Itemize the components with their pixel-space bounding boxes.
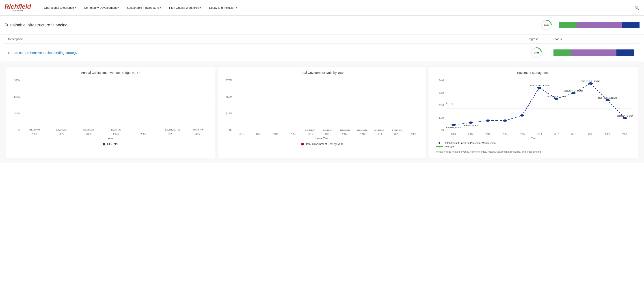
point-2016	[537, 87, 541, 89]
row-status-purple	[571, 49, 616, 56]
nav-label: Operational Excellence	[44, 6, 74, 9]
pavement-chart-card: Pavement Management $4M $3M $2M $1M $0 A…	[429, 66, 638, 158]
pt-label-2011: $489,987	[446, 127, 462, 129]
nav-sustainable-infastructure[interactable]: Sustainable Infastructure ▾	[123, 0, 165, 16]
point-2017	[554, 98, 559, 100]
point-2021	[623, 117, 627, 119]
debt-legend: Total Government Debt by Year	[222, 143, 422, 146]
grid-line	[234, 131, 422, 131]
cib-bars: $11,186,000 $26,575,000 $22,353,336	[22, 78, 210, 136]
grid-line	[234, 98, 422, 98]
bar-value-label: $26,575,000	[56, 129, 67, 131]
th-status: Status	[550, 35, 640, 44]
table-cell-status	[550, 44, 640, 62]
search-icon[interactable]: 🔍	[634, 5, 640, 10]
legend-label-debt: Total Government Debt by Year	[306, 143, 343, 146]
point-2012	[468, 122, 473, 124]
section-status-bar	[559, 22, 640, 28]
legend-dot-cib	[103, 143, 105, 145]
cib-y-axis: $30M $20M $10M $0	[10, 78, 22, 136]
pt-label-2020: $2,334,015	[598, 97, 617, 99]
svg-point-7	[438, 146, 440, 147]
cib-legend: CIB Total	[10, 143, 210, 146]
grid-line	[22, 100, 210, 100]
logo-subtitle: MINNESOTA	[4, 10, 31, 12]
point-2013	[486, 120, 490, 122]
pt-label-2017: $2,457,496	[547, 95, 566, 98]
nav-label: Community Development	[84, 6, 117, 9]
overflow-icon: ≡	[178, 128, 180, 131]
nav-label: High Quality Workforce	[169, 6, 199, 9]
status-segment-blue	[622, 22, 640, 28]
row-circle-label: 24%	[534, 51, 539, 54]
pavement-legend-label-line: Total Amount Spent on Pavement Managemen…	[444, 142, 496, 144]
nav-label: Sustainable Infastructure	[127, 6, 159, 9]
data-table: Description Progress Status Create compr…	[4, 35, 640, 62]
th-description: Description	[4, 35, 523, 44]
debt-x-title: Fiscal Year	[222, 137, 422, 140]
nav-community-development[interactable]: Community Development ▾	[80, 0, 123, 16]
table-cell-description: Create comprehensive capital funding str…	[4, 44, 523, 62]
point-2019	[588, 82, 593, 85]
charts-area: Annual Capital Improvement Budget (CIB) …	[0, 62, 644, 163]
point-2011	[452, 124, 456, 126]
row-status-green	[554, 49, 571, 56]
debt-bars: $45,853,957 $54,476,207 $60,898,566 $68,…	[234, 78, 422, 136]
bar-value-label: $11,186,000	[29, 129, 40, 131]
bar-value-label: $28,381,500	[165, 129, 176, 131]
pt-label-2016: $3,276,183	[530, 84, 549, 87]
circle-progress-24: 24%	[540, 19, 552, 31]
pt-label-2021: $997,000	[617, 115, 633, 117]
pavement-chart-area: Average	[445, 78, 634, 136]
table-cell-progress: 24%	[523, 44, 550, 62]
cib-x-title: Year	[10, 137, 210, 140]
debt-x-labels: 2011 2012 2013 2014 2015 2016 2017 2018 …	[234, 133, 422, 135]
logo[interactable]: Richfield MINNESOTA	[4, 3, 31, 12]
pavement-x-labels: 2011 2012 2013 2014 2015 2016 2017 2018 …	[445, 133, 634, 135]
pavement-legend-label-avg: Average	[444, 145, 454, 148]
grid-line	[234, 117, 422, 117]
pt-label-2012: $655,412	[463, 124, 479, 127]
cib-chart-title: Annual Capital Improvement Budget (CIB)	[10, 71, 210, 75]
section-header: Sustainable infrastructure financing 24%	[0, 16, 644, 35]
nav-items: Operational Excellence ▾ Community Devel…	[40, 0, 634, 16]
chevron-down-icon: ▾	[200, 6, 201, 9]
cib-chart-card: Annual Capital Improvement Budget (CIB) …	[6, 66, 215, 158]
chevron-down-icon: ▾	[160, 6, 161, 9]
debt-bars-container: $45,853,957 $54,476,207 $60,898,566 $68,…	[234, 78, 422, 136]
chevron-down-icon: ▾	[75, 6, 76, 9]
nav-equity-inclusion[interactable]: Equity and Inclusion ▾	[205, 0, 241, 16]
navigation: Richfield MINNESOTA Operational Excellen…	[0, 0, 644, 16]
debt-y-axis: $75M $50M $25M $0	[222, 78, 234, 136]
section-progress-circle: 24%	[540, 19, 552, 31]
pt-label-2018: $2,870,809	[564, 90, 583, 92]
chevron-down-icon: ▾	[118, 6, 119, 9]
debt-chart-card: Total Government Debt by Year $75M $50M …	[218, 66, 427, 158]
legend-line-icon	[436, 142, 443, 144]
th-progress: Progress	[523, 35, 550, 44]
svg-point-5	[438, 142, 440, 144]
status-bar	[559, 22, 640, 28]
status-segment-green	[559, 22, 576, 28]
legend-label-cib: CIB Total	[107, 143, 118, 146]
chevron-down-icon: ▾	[236, 6, 237, 9]
bar-value-label: $8,554,700	[192, 129, 202, 131]
nav-label: Equity and Inclusion	[209, 6, 235, 9]
legend-dot-debt	[301, 143, 304, 145]
pavement-y-axis: $4M $3M $2M $1M $0	[434, 78, 445, 136]
table-row: Create comprehensive capital funding str…	[4, 44, 640, 62]
pavement-legend: Total Amount Spent on Pavement Managemen…	[434, 142, 634, 148]
pavement-note: Projects include mill and overlay, concr…	[434, 150, 634, 153]
row-status-bar	[554, 49, 634, 56]
pt-label-2019: $3,592,260	[581, 80, 600, 82]
nav-high-quality-workforce[interactable]: High Quality Workforce ▾	[165, 0, 205, 16]
pavement-legend-avg: Average	[436, 145, 634, 148]
debt-chart-title: Total Government Debt by Year	[222, 71, 422, 75]
pavement-line-svg: $489,987 $655,412 $3,276,183 $2,457,496 …	[445, 78, 634, 131]
pavement-line	[454, 83, 625, 125]
pavement-legend-line: Total Amount Spent on Pavement Managemen…	[436, 142, 634, 144]
description-link[interactable]: Create comprehensive capital funding str…	[8, 51, 77, 55]
nav-operational-excellence[interactable]: Operational Excellence ▾	[40, 0, 80, 16]
table-section: Description Progress Status Create compr…	[0, 35, 644, 62]
row-progress-circle: 24%	[530, 47, 542, 58]
